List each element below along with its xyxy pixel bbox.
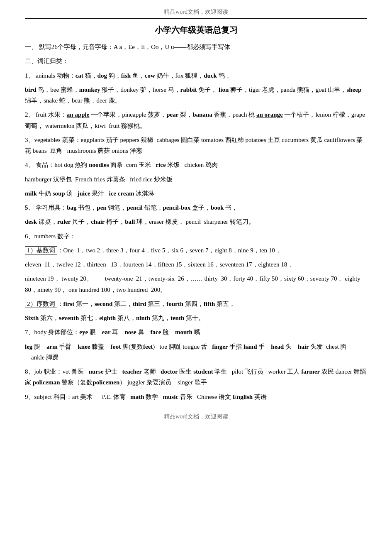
para-1: 1、 animals 动物：cat 猫，dog 狗，fish 鱼，cow 奶牛，…	[25, 70, 367, 81]
para-5b: desk 课桌，ruler 尺子，chair 椅子，ball 球，eraser …	[25, 216, 367, 227]
para-6-header: 6、numbers 数字：	[25, 231, 367, 242]
watermark-bottom: 精品word文档，欢迎阅读	[25, 411, 367, 421]
para-7: 7、body 身体部位：eye 眼 ear 耳 nose 鼻 face 脸 mo…	[25, 327, 367, 337]
para-8: 8、job 职业：vet 兽医 nurse 护士 teacher 老师 doct…	[25, 366, 367, 388]
para-9: 9、subject 科目：art 美术 P.E. 体育 math 数学 musi…	[25, 391, 367, 402]
para-1b: bird 鸟，bee 蜜蜂，monkey 猴子，donkey 驴，horse 马…	[25, 84, 367, 106]
para-6-sixth: Sixth 第六，seventh 第七，eighth 第八，ninth 第九，t…	[25, 313, 367, 323]
para-4: 4、 食品：hot dog 热狗 noodles 面条 corn 玉米 rice…	[25, 159, 367, 170]
section-1: 一、 默写26个字母，元音字母：A a，Ee，Ii，Oo，U u——都必须写手写…	[25, 42, 367, 52]
section-2: 二、词汇归类：	[25, 56, 367, 66]
para-7b: leg 腿 arm 手臂 knee 膝盖 foot 脚(复数feet) toe …	[25, 341, 367, 363]
para-3: 3、vegetables 蔬菜：eggplants 茄子 peppers 辣椒 …	[25, 134, 367, 156]
watermark-top: 精品word文档，欢迎阅读	[25, 8, 367, 19]
page-title: 小学六年级英语总复习	[25, 24, 367, 36]
para-4c: milk 牛奶 soup 汤 juice 果汁 ice cream 冰淇淋	[25, 188, 367, 199]
para-2: 2、 fruit 水果：an apple 一个苹果，pineapple 菠萝，p…	[25, 109, 367, 131]
para-6-box1: 1）基数词：One 1，two 2，three 3，four 4，five 5，…	[25, 245, 367, 256]
para-5: 5、 学习用具：bag 书包，pen 钢笔，pencil 铅笔，pencil-b…	[25, 202, 367, 213]
para-6-nineteen: nineteen 19， twenty 20。 twenty-one 21，tw…	[25, 273, 367, 295]
para-4b: hamburger 汉堡包 French fries 炸薯条 fried ric…	[25, 174, 367, 185]
para-6-box2: 2）序数词：first 第一，second 第二，third 第三，fourth…	[25, 298, 367, 309]
para-6-eleven: eleven 11，twelve 12，thirteen 13，fourteen…	[25, 259, 367, 270]
